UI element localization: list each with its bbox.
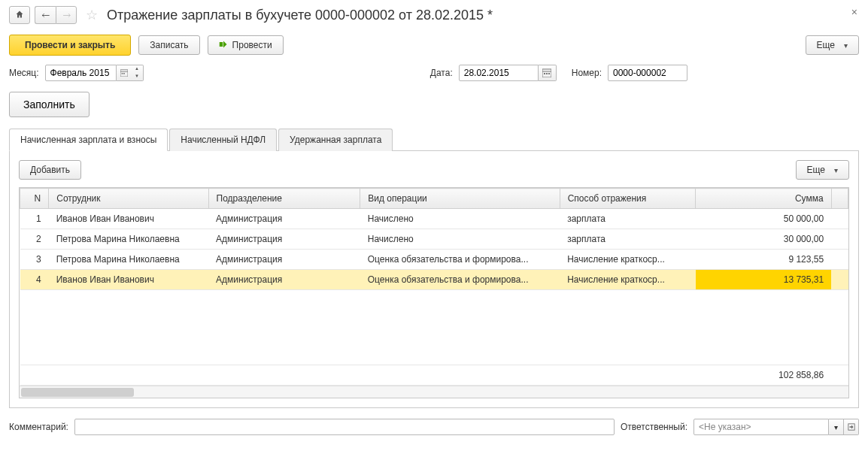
cell-sum: 30 000,00 <box>696 229 831 250</box>
table-row[interactable]: 2Петрова Марина НиколаевнаАдминистрацияН… <box>20 229 848 250</box>
table-row[interactable]: 1Иванов Иван ИвановичАдминистрацияНачисл… <box>20 209 848 229</box>
month-up-icon[interactable]: ▲ <box>132 65 143 73</box>
cell-operation: Оценка обязательства и формирова... <box>360 270 560 290</box>
number-label: Номер: <box>572 68 602 78</box>
comment-label: Комментарий: <box>9 422 68 432</box>
number-field[interactable] <box>608 65 687 81</box>
col-department[interactable]: Подразделение <box>208 189 360 209</box>
cell-employee: Петрова Марина Николаевна <box>49 250 208 270</box>
total-sum: 102 858,86 <box>696 365 831 386</box>
svg-rect-4 <box>123 73 125 74</box>
cell-n: 3 <box>20 250 49 270</box>
responsible-field[interactable] <box>693 419 829 435</box>
close-icon[interactable]: × <box>851 6 857 18</box>
cell-sum: 9 123,55 <box>696 250 831 270</box>
cell-extra <box>831 229 848 250</box>
back-button[interactable]: 🡐 <box>35 6 56 24</box>
col-reflection[interactable]: Способ отражения <box>560 189 695 209</box>
month-stepper[interactable]: ▲ ▼ <box>132 65 144 81</box>
favorite-icon[interactable]: ☆ <box>86 7 98 23</box>
cell-employee: Иванов Иван Иванович <box>49 270 208 290</box>
cell-employee: Иванов Иван Иванович <box>49 209 208 229</box>
comment-field[interactable] <box>74 419 615 435</box>
month-label: Месяц: <box>9 68 39 78</box>
post-icon <box>219 40 228 50</box>
tab-accrued-ndfl[interactable]: Начисленный НДФЛ <box>169 129 277 151</box>
post-button[interactable]: Провести <box>208 35 284 55</box>
cell-n: 1 <box>20 209 49 229</box>
cell-reflection: Начисление краткоср... <box>560 250 695 270</box>
table-row[interactable]: 4Иванов Иван ИвановичАдминистрацияОценка… <box>20 270 848 290</box>
post-and-close-button[interactable]: Провести и закрыть <box>9 35 131 56</box>
post-button-label: Провести <box>232 40 272 50</box>
cell-operation: Оценка обязательства и формирова... <box>360 250 560 270</box>
cell-n: 4 <box>20 270 49 290</box>
scrollbar-thumb[interactable] <box>21 388 134 397</box>
home-icon <box>15 10 24 20</box>
date-calendar-icon[interactable] <box>539 65 557 81</box>
arrow-left-icon: 🡐 <box>41 11 50 20</box>
table-row[interactable]: 3Петрова Марина НиколаевнаАдминистрацияО… <box>20 250 848 270</box>
svg-rect-7 <box>544 73 545 74</box>
date-field[interactable] <box>459 65 539 81</box>
add-button[interactable]: Добавить <box>19 160 81 180</box>
col-n[interactable]: N <box>20 189 49 209</box>
month-calendar-icon[interactable] <box>117 65 132 81</box>
col-employee[interactable]: Сотрудник <box>49 189 208 209</box>
cell-operation: Начислено <box>360 229 560 250</box>
col-operation[interactable]: Вид операции <box>360 189 560 209</box>
svg-rect-8 <box>546 73 548 74</box>
cell-sum: 50 000,00 <box>696 209 831 229</box>
cell-reflection: зарплата <box>560 209 695 229</box>
more-button[interactable]: Еще <box>806 35 859 55</box>
date-label: Дата: <box>430 68 453 78</box>
cell-n: 2 <box>20 229 49 250</box>
svg-rect-9 <box>548 73 550 74</box>
cell-extra <box>831 250 848 270</box>
tab-accrued-salary[interactable]: Начисленная зарплата и взносы <box>9 129 168 151</box>
month-field[interactable] <box>45 65 117 81</box>
forward-button[interactable]: 🡒 <box>56 6 77 24</box>
horizontal-scrollbar[interactable] <box>20 386 848 398</box>
responsible-open-icon[interactable] <box>844 419 859 435</box>
col-sum[interactable]: Сумма <box>696 189 831 209</box>
month-down-icon[interactable]: ▼ <box>132 73 143 80</box>
col-extra[interactable] <box>831 189 848 209</box>
cell-operation: Начислено <box>360 209 560 229</box>
responsible-dropdown-icon[interactable]: ▾ <box>829 419 844 435</box>
page-title: Отражение зарплаты в бухучете 0000-00000… <box>107 8 493 23</box>
cell-department: Администрация <box>208 250 360 270</box>
fill-button[interactable]: Заполнить <box>9 92 90 117</box>
cell-department: Администрация <box>208 270 360 290</box>
home-button[interactable] <box>9 6 30 24</box>
arrow-right-icon: 🡒 <box>62 11 71 20</box>
cell-extra <box>831 209 848 229</box>
tab-withheld-salary[interactable]: Удержанная зарплата <box>278 129 393 151</box>
responsible-label: Ответственный: <box>621 422 687 432</box>
svg-rect-3 <box>121 73 123 74</box>
save-button[interactable]: Записать <box>138 35 199 55</box>
cell-department: Администрация <box>208 209 360 229</box>
cell-employee: Петрова Марина Николаевна <box>49 229 208 250</box>
cell-department: Администрация <box>208 229 360 250</box>
cell-reflection: Начисление краткоср... <box>560 270 695 290</box>
cell-extra <box>831 270 848 290</box>
cell-reflection: зарплата <box>560 229 695 250</box>
svg-rect-0 <box>219 42 223 47</box>
cell-sum: 13 735,31 <box>696 270 831 290</box>
panel-more-button[interactable]: Еще <box>796 160 849 180</box>
